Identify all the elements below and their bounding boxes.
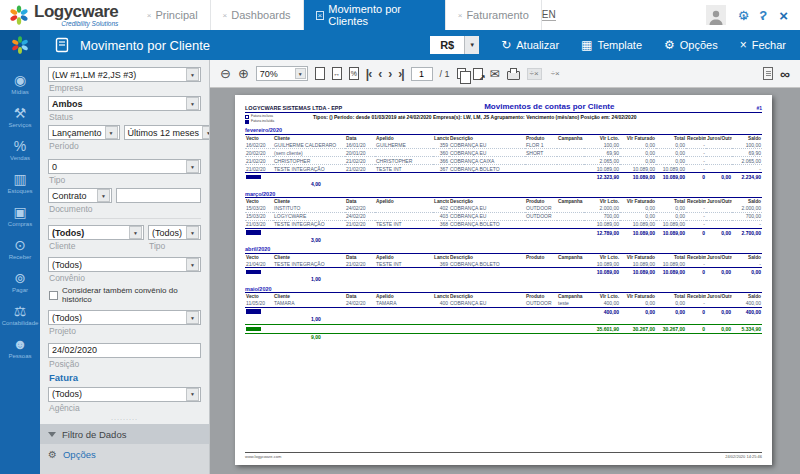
report-row: 15/03/20INSTITUTO24/02/20402COBRANÇA EUO… bbox=[245, 205, 762, 213]
dropdown-arrow-icon: ▼ bbox=[129, 226, 142, 239]
page-total-label: / 1 bbox=[440, 69, 450, 79]
chevron-down-icon: ▼ bbox=[741, 15, 747, 21]
close-button[interactable]: ×Fechar bbox=[740, 38, 786, 52]
first-page-button[interactable]: |‹ bbox=[366, 67, 371, 81]
previous-page-button[interactable]: ‹ bbox=[378, 67, 381, 81]
total-chip bbox=[246, 270, 261, 275]
tab-movimento-por-clientes[interactable]: ×Movimento por Clientes bbox=[304, 0, 446, 30]
language-selector[interactable]: EN bbox=[542, 9, 556, 21]
report-row: 21/04/20TESTE INTEGRAÇÃO21/02/20TESTE IN… bbox=[245, 260, 762, 268]
currency-select[interactable]: R$ ▼ bbox=[430, 36, 479, 54]
user-avatar[interactable] bbox=[706, 5, 726, 25]
sidebar-item-vendas[interactable]: %Vendas bbox=[0, 138, 40, 161]
inventory-icon: ▥ bbox=[13, 171, 26, 187]
documento-numero-input[interactable] bbox=[116, 188, 201, 203]
column-header: Lancto bbox=[433, 254, 449, 261]
zoom-in-icon[interactable]: ⊕ bbox=[238, 67, 249, 80]
empresa-select[interactable]: (LW #1,LM #2,JS #3)▼ bbox=[48, 67, 201, 82]
periodo-tipo-select[interactable]: Lançamento▼ bbox=[48, 125, 120, 140]
export-option-icon-2[interactable]: ÷× bbox=[549, 69, 562, 79]
convenio-select[interactable]: (Todos)▼ bbox=[48, 257, 201, 272]
group-total-row: 10.089,0010.089,0010.089,0000,000,00 bbox=[245, 268, 762, 276]
group-header: abril/2020 bbox=[245, 246, 762, 254]
status-select[interactable]: Ambos▼ bbox=[48, 96, 201, 111]
fit-page-icon[interactable] bbox=[315, 67, 325, 80]
dropdown-arrow-icon: ▼ bbox=[97, 189, 110, 202]
sidebar-item-contabilidade[interactable]: ⚖Contabilidade bbox=[0, 303, 40, 326]
print-icon[interactable] bbox=[507, 71, 520, 80]
sidebar-item-label: Estoques bbox=[7, 188, 32, 194]
convenio-label: Convênio bbox=[49, 273, 201, 283]
options-label: Opções bbox=[680, 39, 718, 51]
cliente-select[interactable]: (Todos)▼ bbox=[48, 225, 144, 240]
opcoes-bar[interactable]: ⚙ Opções bbox=[40, 444, 209, 464]
zoom-out-icon[interactable]: ⊖ bbox=[220, 67, 231, 80]
sidebar-item-compras[interactable]: ▣Compras bbox=[0, 204, 40, 227]
filtro-de-dados-bar[interactable]: Filtro de Dados bbox=[40, 424, 209, 444]
tab-faturamento[interactable]: ×Faturamento bbox=[446, 0, 542, 30]
status-value: Ambos bbox=[49, 99, 186, 109]
settings-menu[interactable]: ⚙▼ bbox=[738, 6, 748, 24]
last-page-button[interactable]: ›| bbox=[398, 67, 403, 81]
panel-resize-grip[interactable]: ········· bbox=[40, 416, 209, 424]
options-button[interactable]: ⚙Opções bbox=[664, 38, 718, 52]
sidebar-item-pessoas[interactable]: ☻Pessoas bbox=[0, 336, 40, 359]
close-app-icon[interactable]: × bbox=[779, 7, 788, 24]
cliente-tipo-label: Tipo bbox=[149, 241, 201, 251]
report-viewer-toolbar: ⊖ ⊕ 70%▼ ↔ % |‹ ‹ › ›| / 1 ✉ ÷× ÷× ∞ bbox=[210, 60, 800, 88]
tipo-select[interactable]: 0▼ bbox=[48, 159, 201, 174]
document-properties-icon[interactable] bbox=[763, 67, 773, 80]
sidebar-item-label: Mídias bbox=[11, 89, 29, 95]
export-option-icon[interactable]: ÷× bbox=[527, 68, 542, 80]
copy-icon[interactable] bbox=[457, 68, 466, 79]
sidebar-item-pagar[interactable]: ⊚Pagar bbox=[0, 270, 40, 293]
export-icon[interactable] bbox=[473, 68, 483, 80]
tab-close-icon: × bbox=[316, 11, 325, 20]
page-number-input[interactable] bbox=[411, 67, 433, 81]
refresh-button[interactable]: ↻Atualizar bbox=[501, 38, 559, 52]
main-tabs: ×Principal×Dashboards×Movimento por Clie… bbox=[135, 0, 542, 30]
agencia-value: (Todos) bbox=[49, 389, 186, 399]
sidebar-item-receber[interactable]: ⊙Receber bbox=[0, 237, 40, 260]
zoom-level-select[interactable]: 70%▼ bbox=[256, 66, 308, 81]
group-count-row: 1,00 bbox=[245, 315, 762, 322]
dropdown-arrow-icon: ▼ bbox=[186, 226, 199, 239]
periodo-tipo-value: Lançamento bbox=[49, 128, 105, 138]
report-meta-line: Tipos: () Período: desde 01/03/2019 até … bbox=[313, 114, 762, 124]
cliente-label: Cliente bbox=[49, 241, 144, 251]
next-page-button[interactable]: › bbox=[388, 67, 391, 81]
tab-dashboards[interactable]: ×Dashboards bbox=[211, 0, 304, 30]
dropdown-arrow-icon: ▼ bbox=[186, 311, 199, 324]
sidebar-item-estoques[interactable]: ▥Estoques bbox=[0, 171, 40, 194]
report-row: 11/05/20TAMARA24/02/20TAMARA400COBRANÇA … bbox=[245, 300, 762, 308]
email-icon[interactable]: ✉ bbox=[490, 67, 500, 81]
agencia-select[interactable]: (Todos)▼ bbox=[48, 387, 201, 402]
tab-label: Principal bbox=[155, 9, 197, 21]
group-count-row: 4,00 bbox=[245, 181, 762, 188]
sidebar-item-servicos[interactable]: ⚒Serviços bbox=[0, 105, 40, 128]
periodo-faixa-select[interactable]: Últimos 12 meses▼ bbox=[124, 125, 209, 140]
convenio-historico-checkbox[interactable]: Considerar também convênio do histórico bbox=[49, 286, 201, 304]
posicao-date-input[interactable] bbox=[48, 343, 201, 358]
fit-width-icon[interactable]: ↔ bbox=[332, 67, 342, 80]
cliente-tipo-select[interactable]: (Todos)▼ bbox=[148, 225, 201, 240]
help-menu[interactable]: ?▼ bbox=[759, 6, 767, 24]
report-legend: Fatura inclusa Fatura incluída bbox=[245, 114, 303, 124]
column-header: Juros/Outros bbox=[706, 198, 732, 205]
template-button[interactable]: ▦Template bbox=[581, 38, 642, 52]
report-footer: www.logycware.com 24/02/2020 14:25:46 bbox=[245, 452, 762, 459]
dropdown-arrow-icon: ▼ bbox=[105, 126, 118, 139]
app-window: Logycware Credibility Solutions ×Princip… bbox=[0, 0, 800, 474]
documento-tipo-select[interactable]: Contrato▼ bbox=[48, 188, 112, 203]
sidebar-item-midias[interactable]: ◉Mídias bbox=[0, 72, 40, 95]
zoom-100-icon[interactable]: % bbox=[349, 67, 359, 80]
logo-text: Logycware bbox=[34, 3, 118, 20]
tab-principal[interactable]: ×Principal bbox=[135, 0, 211, 30]
find-icon[interactable]: ∞ bbox=[780, 66, 790, 82]
projeto-select[interactable]: (Todos)▼ bbox=[48, 310, 201, 325]
column-header: Campanha bbox=[557, 198, 584, 205]
report-preview-area[interactable]: LOGYCWARE SISTEMAS LTDA - EPP Movimentos… bbox=[210, 88, 800, 474]
tipo-label: Tipo bbox=[49, 175, 201, 185]
group-total-row: 12.323,9010.089,0010.089,0000,002.234,90 bbox=[245, 173, 762, 181]
opcoes-label: Opções bbox=[63, 449, 96, 460]
